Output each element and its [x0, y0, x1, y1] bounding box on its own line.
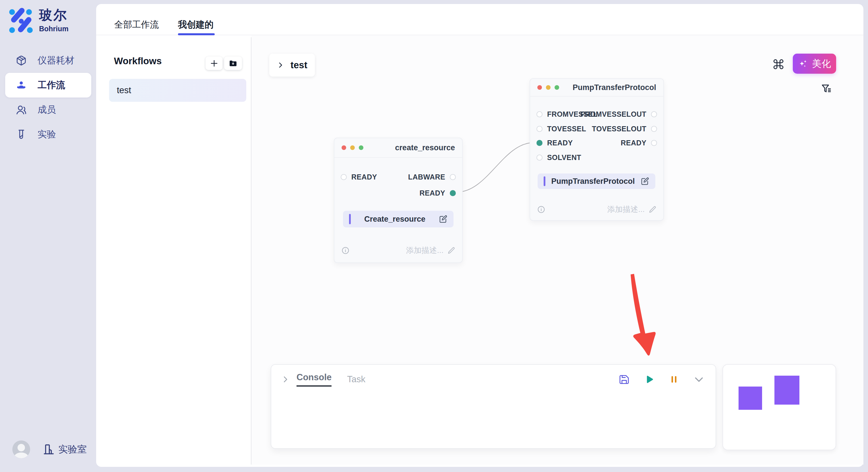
shortcuts-button[interactable] — [772, 57, 785, 71]
node-dot-red[interactable] — [537, 85, 542, 90]
import-folder-button[interactable] — [224, 57, 242, 70]
node-title: create_resource — [395, 143, 455, 152]
play-icon — [644, 374, 655, 385]
workflow-item-name: test — [117, 85, 131, 96]
node-dot-red[interactable] — [342, 145, 346, 150]
node-dot-green[interactable] — [359, 145, 363, 150]
sidebar-nav: 仪器耗材 工作流 成员 — [5, 48, 91, 147]
add-workflow-button[interactable] — [206, 57, 222, 70]
minimap[interactable] — [722, 364, 836, 450]
sidebar-item-label: 成员 — [38, 103, 56, 116]
node-create-resource[interactable]: create_resource READY LABWARE READY Crea… — [334, 138, 463, 263]
pencil-icon — [649, 206, 656, 213]
beautify-label: 美化 — [812, 57, 831, 70]
node-header: PumpTransferProtocol — [530, 79, 663, 97]
sidebar-item-label: 实验 — [38, 128, 56, 141]
sparkles-icon — [798, 59, 808, 69]
sidebar-item-workflows[interactable]: 工作流 — [5, 73, 91, 98]
workspace-label: 实验室 — [58, 443, 87, 456]
input-port-ready[interactable]: READY — [536, 138, 573, 147]
tab-created-by-me[interactable]: 我创建的 — [178, 19, 214, 31]
output-port-ready[interactable]: READY — [621, 138, 657, 147]
minimap-node-create-resource — [739, 386, 762, 410]
brand-logo[interactable]: 玻尔 Bohrium — [8, 6, 69, 33]
sidebar-item-label: 仪器耗材 — [38, 54, 74, 67]
node-dot-yellow[interactable] — [546, 85, 551, 90]
user-avatar[interactable] — [12, 440, 30, 458]
run-button[interactable] — [644, 374, 655, 385]
sidebar-item-members[interactable]: 成员 — [5, 98, 91, 122]
plus-icon — [210, 59, 218, 68]
port-handle-connected[interactable] — [536, 140, 542, 146]
port-handle[interactable] — [536, 126, 542, 132]
chevron-down-icon — [693, 374, 705, 385]
bohrium-logo-icon — [8, 7, 34, 33]
members-icon — [16, 104, 27, 115]
node-body-label: Create_resource — [351, 215, 439, 224]
filter-icon — [820, 83, 832, 94]
workflows-title: Workflows — [114, 56, 162, 67]
team-icon — [16, 80, 27, 91]
breadcrumb-label: test — [290, 60, 307, 71]
tab-task[interactable]: Task — [347, 374, 365, 384]
sidebar-item-label: 工作流 — [38, 79, 65, 92]
pencil-icon — [447, 247, 455, 255]
info-icon[interactable] — [341, 246, 350, 255]
input-port-ready[interactable]: READY — [341, 172, 377, 181]
pause-button[interactable] — [669, 374, 679, 384]
save-icon — [619, 374, 629, 385]
node-title: PumpTransferProtocol — [572, 83, 656, 92]
save-button[interactable] — [619, 374, 629, 385]
brand-name-en: Bohrium — [39, 25, 69, 33]
command-icon — [772, 58, 784, 70]
port-handle[interactable] — [651, 140, 657, 146]
folder-download-icon — [229, 59, 237, 68]
port-handle[interactable] — [536, 111, 542, 117]
beautify-button[interactable]: 美化 — [793, 54, 836, 74]
edit-node-icon[interactable] — [439, 215, 447, 224]
filter-button[interactable] — [820, 82, 833, 95]
output-port-tovesselout[interactable]: TOVESSELOUT — [592, 124, 657, 133]
node-dot-green[interactable] — [555, 85, 559, 90]
expand-console-icon[interactable] — [281, 375, 290, 384]
building-icon — [42, 443, 55, 456]
collapse-panel-button[interactable] — [693, 374, 705, 385]
edit-node-icon[interactable] — [641, 177, 649, 186]
input-port-tovessel[interactable]: TOVESSEL — [536, 124, 586, 133]
sidebar-item-experiments[interactable]: 实验 — [5, 122, 91, 147]
add-description[interactable]: 添加描述... — [406, 245, 455, 256]
active-tab-underline — [178, 33, 215, 35]
port-handle[interactable] — [450, 174, 456, 180]
add-description[interactable]: 添加描述... — [607, 204, 656, 214]
workflow-list-item-test[interactable]: test — [109, 79, 246, 102]
port-handle[interactable] — [651, 126, 657, 132]
port-handle-connected[interactable] — [450, 190, 456, 196]
node-body-button[interactable]: Create_resource — [343, 211, 454, 227]
input-port-solvent[interactable]: SOLVENT — [536, 153, 581, 162]
console-panel: Console Task — [271, 364, 716, 449]
package-icon — [16, 55, 27, 66]
output-port-labware[interactable]: LABWARE — [408, 172, 456, 181]
tab-console[interactable]: Console — [297, 372, 332, 386]
node-body-button[interactable]: PumpTransferProtocol — [538, 173, 655, 189]
pause-icon — [669, 374, 679, 384]
node-body-label: PumpTransferProtocol — [546, 177, 641, 186]
chevron-right-icon — [277, 61, 284, 69]
workspace-switcher[interactable]: 实验室 — [42, 443, 87, 456]
breadcrumb-workflow[interactable]: test — [269, 54, 315, 76]
app-window: 玻尔 Bohrium 仪器耗材 工作流 — [0, 0, 868, 472]
output-port-ready[interactable]: READY — [420, 189, 456, 198]
info-icon[interactable] — [537, 205, 546, 214]
experiment-icon — [16, 129, 27, 140]
node-header: create_resource — [334, 138, 462, 158]
minimap-node-pump-transfer — [774, 376, 799, 405]
node-dot-yellow[interactable] — [350, 145, 355, 150]
port-handle[interactable] — [651, 111, 657, 117]
brand-name-zh: 玻尔 — [39, 6, 69, 24]
node-pump-transfer-protocol[interactable]: PumpTransferProtocol FROMVESSEL FROMVESS… — [530, 78, 664, 221]
tab-all-workflows[interactable]: 全部工作流 — [114, 19, 159, 31]
sidebar-item-instruments[interactable]: 仪器耗材 — [5, 48, 91, 73]
port-handle[interactable] — [536, 155, 542, 161]
output-port-fromvesselout[interactable]: FROMVESSELOUT — [580, 109, 657, 119]
port-handle[interactable] — [341, 174, 347, 180]
